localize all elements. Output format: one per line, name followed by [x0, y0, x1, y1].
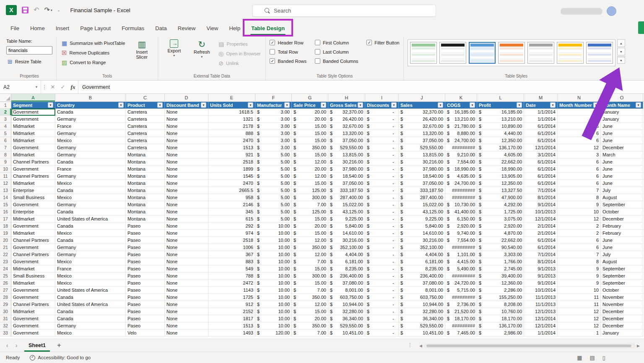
filter-dropdown-icon[interactable]: ▾ [48, 102, 53, 108]
cell-J18[interactable]: $5,840.00 [399, 223, 445, 230]
select-all-corner[interactable] [0, 94, 11, 101]
cell-F30[interactable]: $10.00 [255, 308, 292, 315]
cell-O7[interactable]: December [601, 144, 643, 151]
cell-H7[interactable]: $529,550.00 [328, 144, 365, 151]
cell-K32[interactable]: ######### [445, 322, 477, 329]
cell-D25[interactable]: None [165, 272, 208, 280]
row-header-4[interactable]: 4 [0, 123, 11, 130]
formula-input[interactable]: Government [78, 80, 644, 93]
cell-A19[interactable]: Midmarket [11, 230, 55, 237]
row-header-8[interactable]: 8 [0, 151, 11, 158]
cell-A27[interactable]: Government [11, 287, 55, 294]
cell-I14[interactable]: $- [365, 194, 399, 201]
cell-E28[interactable]: 1725 [208, 294, 255, 301]
cell-D18[interactable]: None [165, 223, 208, 230]
cell-J33[interactable]: $10,451.00 [399, 329, 445, 337]
cell-D19[interactable]: None [165, 230, 208, 237]
cell-I32[interactable]: $- [365, 322, 399, 329]
cell-B19[interactable]: Mexico [55, 230, 126, 237]
cell-H14[interactable]: $287,400.00 [328, 194, 365, 201]
cell-N10[interactable]: 6 [558, 166, 601, 173]
cell-B15[interactable]: Germany [55, 201, 126, 208]
cell-H13[interactable]: $333,187.50 [328, 187, 365, 194]
cell-H12[interactable]: $37,050.00 [328, 180, 365, 187]
cell-A2[interactable]: Government [11, 109, 55, 116]
table-header-month-number[interactable]: Month Number▾ [558, 102, 601, 109]
gallery-more-icon[interactable]: ▾ [617, 56, 625, 64]
cell-B18[interactable]: Canada [55, 223, 126, 230]
cell-L24[interactable]: $2,745.00 [477, 265, 524, 272]
cell-E21[interactable]: 1006 [208, 244, 255, 251]
cell-O33[interactable]: January [601, 329, 643, 337]
cell-N16[interactable]: 10 [558, 208, 601, 215]
cell-G17[interactable]: $15.00 [292, 215, 328, 223]
cell-G16[interactable]: $125.00 [292, 208, 328, 215]
cell-E15[interactable]: 2146 [208, 201, 255, 208]
cell-F20[interactable]: $10.00 [255, 237, 292, 244]
cell-D5[interactable]: None [165, 130, 208, 137]
cell-E20[interactable]: 2518 [208, 237, 255, 244]
cell-M29[interactable]: 11/1/2013 [524, 301, 558, 308]
cell-I30[interactable]: $- [365, 308, 399, 315]
cell-B12[interactable]: Mexico [55, 180, 126, 187]
row-header-25[interactable]: 25 [0, 272, 11, 280]
tab-file[interactable]: File [5, 22, 25, 35]
cell-B10[interactable]: France [55, 166, 126, 173]
cell-G6[interactable]: $15.00 [292, 137, 328, 144]
cell-E12[interactable]: 2470 [208, 180, 255, 187]
cell-I12[interactable]: $- [365, 180, 399, 187]
cell-M26[interactable]: 9/1/2014 [524, 280, 558, 287]
row-header-23[interactable]: 23 [0, 258, 11, 265]
cell-F32[interactable]: $10.00 [255, 322, 292, 329]
cell-C5[interactable]: Carretera [126, 130, 165, 137]
cell-D22[interactable]: None [165, 251, 208, 258]
cell-B11[interactable]: Germany [55, 173, 126, 180]
cell-N32[interactable]: 12 [558, 322, 601, 329]
table-header-month-name[interactable]: Month Name▾ [601, 102, 643, 109]
cell-I9[interactable]: $- [365, 158, 399, 166]
cell-N18[interactable]: 2 [558, 223, 601, 230]
cell-D2[interactable]: None [165, 109, 208, 116]
enter-icon[interactable]: ✓ [58, 84, 68, 90]
cell-J30[interactable]: $32,280.00 [399, 308, 445, 315]
cell-B20[interactable]: Canada [55, 237, 126, 244]
row-header-26[interactable]: 26 [0, 280, 11, 287]
cell-K13[interactable]: ######### [445, 187, 477, 194]
sheet-nav-right-icon[interactable]: › [13, 342, 20, 349]
column-header-A[interactable]: A [11, 94, 55, 101]
cell-L9[interactable]: $22,662.00 [477, 158, 524, 166]
cell-J3[interactable]: $26,420.00 [399, 116, 445, 123]
cell-O20[interactable]: June [601, 237, 643, 244]
cell-C4[interactable]: Carretera [126, 123, 165, 130]
cell-L12[interactable]: $12,350.00 [477, 180, 524, 187]
cell-E16[interactable]: 345 [208, 208, 255, 215]
tab-home[interactable]: Home [25, 22, 50, 35]
cell-F28[interactable]: $10.00 [255, 294, 292, 301]
cell-J2[interactable]: $32,370.00 [399, 109, 445, 116]
cell-A6[interactable]: Midmarket [11, 137, 55, 144]
cell-F6[interactable]: $3.00 [255, 137, 292, 144]
cell-K11[interactable]: $4,635.00 [445, 173, 477, 180]
cell-C8[interactable]: Montana [126, 151, 165, 158]
cell-G20[interactable]: $12.00 [292, 237, 328, 244]
cell-O22[interactable]: July [601, 251, 643, 258]
scrollbar-track[interactable] [424, 344, 635, 348]
row-header-11[interactable]: 11 [0, 173, 11, 180]
cell-I25[interactable]: $- [365, 272, 399, 280]
tab-insert[interactable]: Insert [50, 22, 75, 35]
cell-J16[interactable]: $43,125.00 [399, 208, 445, 215]
cell-M9[interactable]: 6/1/2014 [524, 158, 558, 166]
checkbox-banded-columns[interactable] [315, 58, 320, 64]
option-banded-columns[interactable]: Banded Columns [315, 58, 358, 64]
cell-A23[interactable]: Government [11, 258, 55, 265]
cell-F17[interactable]: $5.00 [255, 215, 292, 223]
cell-M17[interactable]: 12/1/2014 [524, 215, 558, 223]
cell-L5[interactable]: $4,440.00 [477, 130, 524, 137]
cell-I27[interactable]: $- [365, 287, 399, 294]
cell-D3[interactable]: None [165, 116, 208, 123]
cell-N20[interactable]: 6 [558, 237, 601, 244]
column-header-K[interactable]: K [445, 94, 477, 101]
cell-C26[interactable]: Paseo [126, 280, 165, 287]
cell-D12[interactable]: None [165, 180, 208, 187]
cell-O2[interactable]: January [601, 109, 643, 116]
